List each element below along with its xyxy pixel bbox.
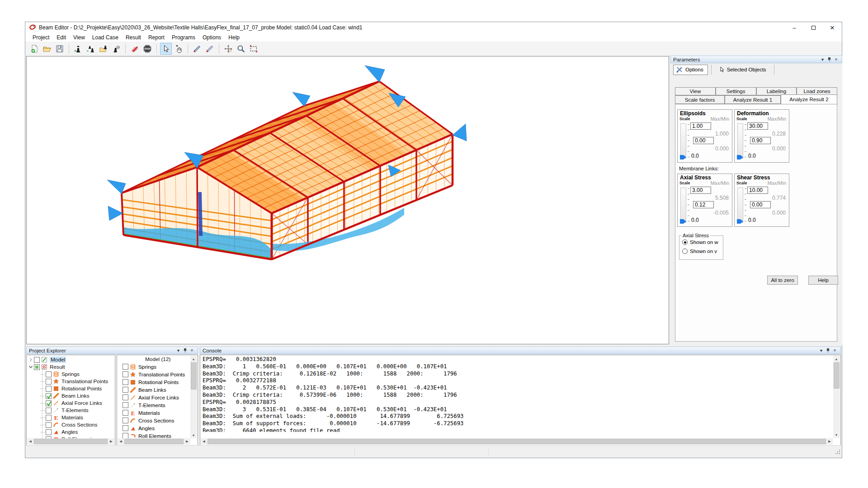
pin-icon[interactable] — [825, 347, 831, 353]
scrollbar-thumb[interactable] — [191, 362, 197, 389]
tab-scale-factors[interactable]: Scale factors — [675, 95, 725, 104]
checkbox-partial[interactable] — [34, 364, 40, 370]
radio-shown-on-v[interactable]: Shown on v — [682, 249, 723, 254]
list-horizontal-scrollbar[interactable]: ◀ ▶ — [118, 438, 190, 445]
checkbox-unchecked[interactable] — [123, 371, 128, 377]
shear-stress-max-scale-input[interactable] — [747, 187, 768, 194]
tree-item-axial-force-links[interactable]: Axial Force Links — [28, 399, 115, 407]
project-explorer-header[interactable]: Project Explorer ▾ × — [26, 347, 198, 354]
title-bar[interactable]: Beam Editor - D:\2_Projekte\Easy\2020\03… — [25, 22, 842, 33]
list-item-beam-links[interactable]: Beam Links — [117, 386, 198, 394]
tab-analyze-result-1[interactable]: Analyze Result 1 — [725, 95, 781, 104]
checkbox-unchecked[interactable] — [123, 387, 128, 393]
scrollbar-thumb[interactable] — [834, 362, 840, 389]
list-item-springs[interactable]: Springs — [117, 363, 198, 371]
deformation-slider[interactable] — [737, 123, 743, 159]
stop-button[interactable]: STOP — [142, 43, 153, 55]
list-item-translational-points[interactable]: Translational Points — [117, 371, 198, 378]
scrollbar-thumb[interactable] — [124, 439, 184, 444]
tree-horizontal-scrollbar[interactable]: ◀ ▶ — [27, 438, 114, 445]
console-output[interactable]: EPSPRQ= 0.0031362820 Beam3D: 1 0.560E-01… — [200, 355, 841, 446]
checkbox-unchecked[interactable] — [123, 410, 128, 416]
menu-project[interactable]: Project — [29, 34, 53, 41]
shear-stress-min-scale-input[interactable] — [750, 201, 771, 208]
pin-icon[interactable] — [182, 347, 189, 353]
tree-item-rotational-points[interactable]: Rotational Points — [28, 385, 115, 392]
menu-report[interactable]: Report — [145, 34, 168, 41]
checkbox-unchecked[interactable] — [123, 364, 128, 370]
help-button[interactable]: Help — [808, 276, 838, 285]
deformation-max-scale-input[interactable] — [747, 122, 768, 130]
checkbox-unchecked[interactable] — [123, 402, 128, 408]
tab-settings[interactable]: Settings — [716, 87, 756, 95]
menu-edit[interactable]: Edit — [53, 34, 70, 41]
tree-item-result[interactable]: Result — [28, 363, 115, 371]
zoom-extents-button[interactable] — [248, 43, 259, 55]
close-panel-icon[interactable]: × — [831, 347, 838, 353]
close-button[interactable]: ✕ — [823, 22, 842, 33]
scroll-up-icon[interactable]: ▲ — [190, 356, 197, 362]
checkbox-unchecked[interactable] — [46, 386, 52, 392]
dropdown-icon[interactable]: ▾ — [819, 56, 826, 62]
shear-stress-slider[interactable] — [737, 188, 743, 223]
tab-view[interactable]: View — [675, 87, 716, 95]
scroll-up-icon[interactable]: ▲ — [833, 356, 840, 362]
project-tree[interactable]: ModelResultSpringsTranslational PointsRo… — [26, 355, 115, 446]
close-panel-icon[interactable]: × — [189, 347, 195, 353]
radio-button[interactable] — [682, 249, 688, 254]
load-case-settings-button[interactable] — [110, 43, 122, 55]
scroll-right-icon[interactable]: ▶ — [826, 438, 833, 445]
tree-item-cross-sections[interactable]: Cross Sections — [28, 421, 115, 428]
list-item-rotational-points[interactable]: Rotational Points — [117, 378, 198, 386]
parameters-header[interactable]: Parameters ▾ × — [670, 56, 842, 63]
scrollbar-thumb[interactable] — [34, 439, 108, 444]
ellipsoids-min-scale-input[interactable] — [693, 137, 714, 144]
console-vertical-scrollbar[interactable]: ▲ ▼ — [833, 356, 840, 438]
axial-stress-slider[interactable] — [680, 188, 686, 223]
all-to-zero-button[interactable]: All to zero — [767, 276, 798, 285]
add-load-button[interactable] — [72, 43, 84, 55]
scroll-down-icon[interactable]: ▼ — [190, 432, 197, 438]
checkbox-checked[interactable] — [46, 400, 52, 406]
checkbox-unchecked[interactable] — [46, 422, 52, 428]
list-item-t-elements[interactable]: T-Elements — [117, 401, 198, 409]
scroll-left-icon[interactable]: ◀ — [201, 438, 207, 445]
close-panel-icon[interactable]: × — [833, 56, 840, 62]
list-item-axial-force-links[interactable]: Axial Force Links — [117, 394, 198, 401]
console-header[interactable]: Console ▾ × — [200, 347, 841, 354]
dropdown-icon[interactable]: ▾ — [175, 347, 182, 353]
new-project-button[interactable] — [28, 43, 40, 55]
open-project-button[interactable] — [41, 43, 53, 55]
ellipsoids-max-scale-input[interactable] — [690, 122, 711, 130]
checkbox-unchecked[interactable] — [123, 379, 128, 385]
minimize-button[interactable]: – — [785, 22, 804, 33]
resize-grip[interactable] — [835, 449, 841, 457]
axial-stress-max-scale-input[interactable] — [690, 187, 711, 194]
checkbox-unchecked[interactable] — [46, 371, 52, 377]
select-cursor-button[interactable] — [160, 43, 172, 55]
model-list[interactable]: Model (12) SpringsTranslational PointsRo… — [117, 355, 198, 446]
checkbox-unchecked[interactable] — [34, 357, 40, 363]
tab-options[interactable]: Options — [673, 65, 708, 75]
tree-item-t-elements[interactable]: T-Elements — [28, 407, 115, 414]
menu-programs[interactable]: Programs — [168, 34, 199, 41]
tree-item-translational-points[interactable]: Translational Points — [28, 378, 115, 385]
radio-button[interactable] — [682, 239, 688, 245]
ellipsoids-slider[interactable] — [680, 123, 686, 159]
scrollbar-thumb[interactable] — [208, 439, 826, 444]
tree-item-model[interactable]: Model — [28, 356, 115, 363]
tree-item-springs[interactable]: Springs — [28, 371, 115, 378]
maximize-button[interactable] — [804, 22, 823, 33]
checkbox-unchecked[interactable] — [46, 379, 52, 385]
radio-shown-on-w[interactable]: Shown on w — [682, 239, 723, 245]
open-load-case-button[interactable] — [98, 43, 109, 55]
checkbox-unchecked[interactable] — [123, 425, 128, 431]
tree-item-beam-links[interactable]: Beam Links — [28, 392, 115, 399]
checkbox-unchecked[interactable] — [46, 408, 52, 413]
menu-options[interactable]: Options — [199, 34, 225, 41]
zoom-button[interactable] — [235, 43, 247, 55]
chevron-right-icon[interactable] — [28, 357, 34, 363]
list-item-cross-sections[interactable]: Cross Sections — [117, 417, 198, 424]
scroll-right-icon[interactable]: ▶ — [184, 438, 190, 445]
draw-link-button[interactable] — [204, 43, 216, 55]
